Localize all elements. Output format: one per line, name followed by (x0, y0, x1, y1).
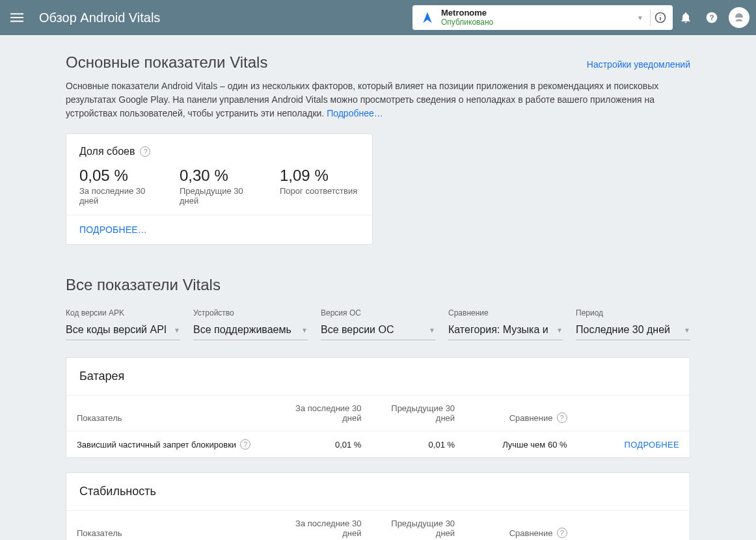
core-vitals-description: Основные показатели Android Vitals – оди… (66, 79, 690, 120)
filter-value: Все версии ОС (321, 324, 394, 336)
all-vitals-title: Все показатели Vitals (66, 276, 690, 294)
filter-value: Категория: Музыка и (448, 324, 548, 336)
filter-select[interactable]: Все коды версий API▼ (66, 321, 180, 340)
help-icon[interactable]: ? (699, 5, 725, 31)
metric-value: 0,30 % (180, 167, 264, 185)
svg-rect-2 (10, 21, 23, 22)
metric-value: 0,05 % (79, 167, 164, 185)
learn-more-link[interactable]: Подробнее… (327, 108, 383, 118)
info-icon[interactable] (653, 10, 668, 25)
menu-icon[interactable] (9, 10, 25, 25)
filter-label: Устройство (193, 308, 308, 317)
metric: 0,30 %Предыдущие 30 дней (180, 167, 264, 206)
filter: УстройствоВсе поддерживаемь▼ (193, 308, 308, 340)
table-row: Зависший частичный запрет блокировки ?0,… (66, 431, 690, 458)
chevron-down-icon: ▼ (633, 14, 647, 21)
panel-title: Стабильность (66, 473, 690, 511)
filter-select[interactable]: Все версии ОС▼ (321, 321, 435, 340)
metric: 1,09 %Порог соответствия (280, 167, 357, 206)
app-header: Обзор Android Vitals Metronome Опубликов… (0, 0, 756, 35)
notifications-icon[interactable] (673, 5, 699, 31)
chevron-down-icon: ▼ (174, 327, 180, 334)
crash-card-title: Доля сбоев (79, 146, 135, 157)
app-status: Опубликовано (441, 18, 633, 27)
help-icon[interactable]: ? (140, 146, 150, 157)
filter: СравнениеКатегория: Музыка и▼ (448, 308, 563, 340)
metric-name: Зависший частичный запрет блокировки (77, 440, 236, 450)
filter-value: Последние 30 дней (576, 324, 670, 336)
prev30-value: 0,01 % (371, 431, 465, 458)
col-metric: Показатель (66, 511, 278, 540)
col-compare: Сравнение ? (465, 396, 577, 431)
col-compare: Сравнение ? (465, 511, 577, 540)
svg-rect-0 (10, 13, 23, 14)
svg-marker-3 (423, 12, 431, 23)
help-icon[interactable]: ? (557, 528, 567, 538)
col-last30: За последние 30 дней (278, 511, 372, 540)
panel-title: Батарея (66, 358, 690, 396)
app-selector[interactable]: Metronome Опубликовано ▼ (412, 5, 673, 30)
more-button[interactable]: ПОДРОБНЕЕ (625, 440, 679, 450)
col-prev30: Предыдущие 30 дней (371, 396, 465, 431)
filter-label: Период (576, 308, 690, 317)
metric: 0,05 %За последние 30 дней (79, 167, 164, 206)
last30-value: 0,01 % (278, 431, 372, 458)
filter: ПериодПоследние 30 дней▼ (576, 308, 690, 340)
notification-settings-link[interactable]: Настройки уведомлений (587, 59, 690, 70)
col-last30: За последние 30 дней (278, 396, 372, 431)
svg-rect-1 (10, 17, 23, 18)
compare-value: Лучше чем 60 % (465, 431, 577, 458)
chevron-down-icon: ▼ (429, 327, 435, 334)
svg-text:?: ? (709, 13, 714, 21)
metric-label: За последние 30 дней (79, 186, 164, 206)
help-icon[interactable]: ? (240, 439, 250, 450)
filter-value: Все коды версий API (66, 324, 167, 336)
crash-card-more-button[interactable]: ПОДРОБНЕЕ… (79, 224, 147, 235)
metric-value: 1,09 % (280, 167, 357, 185)
chevron-down-icon: ▼ (684, 327, 690, 334)
col-metric: Показатель (66, 396, 278, 431)
crash-rate-card: Доля сбоев ? 0,05 %За последние 30 дней0… (66, 133, 373, 245)
filter: Код версии APKВсе коды версий API▼ (66, 308, 180, 340)
avatar[interactable] (729, 7, 749, 28)
metric-label: Предыдущие 30 дней (180, 186, 264, 206)
metric-label: Порог соответствия (280, 186, 357, 196)
filter-select[interactable]: Последние 30 дней▼ (576, 321, 690, 340)
filter: Версия ОСВсе версии ОС▼ (321, 308, 435, 340)
svg-point-6 (660, 15, 660, 16)
filter-label: Сравнение (448, 308, 563, 317)
col-prev30: Предыдущие 30 дней (371, 511, 465, 540)
filter-value: Все поддерживаемь (193, 324, 291, 336)
vitals-panel: СтабильностьПоказательЗа последние 30 дн… (66, 472, 690, 540)
help-icon[interactable]: ? (557, 412, 567, 423)
filter-select[interactable]: Категория: Музыка и▼ (448, 321, 563, 340)
chevron-down-icon: ▼ (556, 327, 563, 334)
core-vitals-title: Основные показатели Vitals (66, 53, 267, 72)
app-icon (420, 10, 435, 25)
filter-select[interactable]: Все поддерживаемь▼ (193, 321, 308, 340)
app-name: Metronome (441, 8, 633, 18)
filter-label: Версия ОС (321, 308, 435, 317)
vitals-panel: БатареяПоказательЗа последние 30 днейПре… (66, 357, 690, 458)
page-title: Обзор Android Vitals (39, 10, 412, 25)
chevron-down-icon: ▼ (301, 327, 308, 334)
filter-label: Код версии APK (66, 308, 180, 317)
